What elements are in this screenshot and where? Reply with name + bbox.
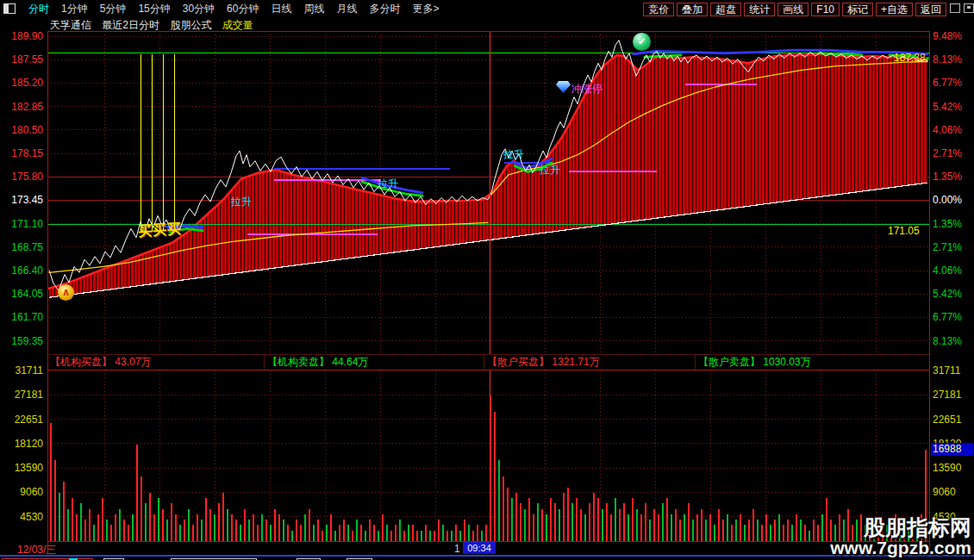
period-tab-30分钟[interactable]: 30分钟 xyxy=(183,3,215,15)
pct-axis-label-right: 9.48% xyxy=(933,30,962,42)
pullup-label: 拉升 xyxy=(378,177,398,191)
pullup-label: 拉升 xyxy=(231,195,252,209)
volume-axis-label-right: 27181 xyxy=(933,389,961,401)
watermark-site-name: 股朋指标网 xyxy=(830,517,971,538)
pct-axis-label-right: 1.35% xyxy=(933,218,962,230)
action-button-画线[interactable]: 画线 xyxy=(777,3,809,16)
volume-axis-label-left: 31711 xyxy=(0,364,43,376)
period-tab-更多>[interactable]: 更多> xyxy=(412,3,439,15)
pct-axis-label-right: 8.13% xyxy=(933,335,962,347)
volume-axis-label-left: 27181 xyxy=(0,389,43,401)
watermark: 股朋指标网 www.7gpzb.com xyxy=(830,517,971,557)
chart-title-row: 天孚通信 最近2日分时 股朋公式 成交量 xyxy=(50,18,261,33)
pct-axis-label-right: 2.71% xyxy=(933,147,962,159)
volume-axis-label-right: 31711 xyxy=(933,364,960,376)
volume-axis-label-right: 22651 xyxy=(933,414,961,426)
flow-stat-1: 【机构卖盘】 44.64万 xyxy=(267,356,368,369)
volume-axis-label-left: 4530 xyxy=(0,511,43,523)
period-tab-5分钟[interactable]: 5分钟 xyxy=(100,3,127,15)
action-button-叠加[interactable]: 叠加 xyxy=(677,3,708,16)
pct-axis-label-right: 6.77% xyxy=(933,77,962,89)
chart-canvas[interactable] xyxy=(0,0,974,560)
price-axis-label-left: 171.10 xyxy=(0,218,43,230)
action-button-标记[interactable]: 标记 xyxy=(842,3,873,16)
flow-separator xyxy=(695,355,696,370)
flow-separator xyxy=(484,355,484,370)
action-button-竞价[interactable]: 竞价 xyxy=(643,3,674,16)
period-tab-15分钟[interactable]: 15分钟 xyxy=(138,3,170,15)
timeline-axis-fragment: 1 xyxy=(454,543,460,555)
layout-icon[interactable] xyxy=(950,3,960,13)
volume-axis-label-right: 9060 xyxy=(933,486,956,498)
action-button-F10[interactable]: F10 xyxy=(811,3,840,16)
price-axis-label-left: 185.20 xyxy=(0,77,43,89)
pct-axis-label-right: 1.35% xyxy=(933,171,962,183)
volume-axis-label-left: 18120 xyxy=(0,438,43,450)
price-axis-label-left: 161.70 xyxy=(0,311,43,323)
pct-axis-label-right: 2.71% xyxy=(933,241,962,253)
gold-coin-icon: ∧ xyxy=(58,284,74,301)
pct-axis-label-right: 5.42% xyxy=(933,288,962,300)
pct-axis-label-right: 5.42% xyxy=(933,101,962,113)
period-tab-分时[interactable]: 分时 xyxy=(28,3,49,15)
pullup-label: 拉升 xyxy=(503,147,524,162)
pct-axis-label-right: 8.13% xyxy=(933,53,962,65)
period-tab-日线[interactable]: 日线 xyxy=(271,3,291,15)
price-axis-label-left: 168.75 xyxy=(0,241,43,253)
volume-axis-label-left: 22651 xyxy=(0,414,43,426)
grid-view-icon[interactable] xyxy=(964,3,974,13)
formula-name: 股朋公式 xyxy=(170,19,211,31)
down-arrow-icon: ▾ xyxy=(926,54,930,63)
price-axis-label-left: 166.40 xyxy=(0,264,43,277)
price-axis-label-left: 180.50 xyxy=(0,124,43,136)
period-tab-60分钟[interactable]: 60分钟 xyxy=(227,3,259,15)
top-menu-bar: 分时1分钟5分钟15分钟30分钟60分钟日线周线月线多分时更多> 竞价叠加超盘统… xyxy=(0,0,974,16)
pct-axis-label-right: 4.06% xyxy=(933,124,962,136)
volume-axis-label-left: 9060 xyxy=(0,486,43,498)
price-axis-label-left: 164.05 xyxy=(0,288,43,300)
indicator-name: 成交量 xyxy=(222,19,253,31)
action-button-+自选[interactable]: +自选 xyxy=(876,3,913,16)
cursor-time-box: 09:34 xyxy=(463,542,496,554)
watermark-url: www.7gpzb.com xyxy=(830,538,971,557)
last-price-value: 187.38 xyxy=(894,52,926,64)
volume-axis-label-left: 13590 xyxy=(0,462,43,474)
bottom-toolbar-fragment xyxy=(0,555,974,560)
flow-stats-band: 【机构买盘】 43.07万【机构卖盘】 44.64万【散户买盘】 1321.71… xyxy=(47,354,929,370)
buy-stamp-decoration: 买买买 xyxy=(137,220,182,241)
price-axis-label-left: 178.15 xyxy=(0,147,43,159)
price-axis-label-left: 187.55 xyxy=(0,53,43,65)
green-check-badge-icon: ✔ xyxy=(633,33,651,51)
pullup-label: 拉升 xyxy=(540,163,560,177)
last-price-tag: 187.38▾ xyxy=(894,52,929,64)
price-axis-label-left: 175.80 xyxy=(0,171,43,183)
pct-axis-label-right: 6.77% xyxy=(933,311,962,323)
prev-close-tag: 171.05 xyxy=(888,225,920,237)
prev-close-value: 171.05 xyxy=(888,225,920,237)
flow-separator xyxy=(264,355,265,370)
action-button-超盘[interactable]: 超盘 xyxy=(710,3,741,16)
period-tab-多分时[interactable]: 多分时 xyxy=(369,3,400,15)
action-button-返回[interactable]: 返回 xyxy=(915,3,946,16)
action-button-统计[interactable]: 统计 xyxy=(744,3,775,16)
price-axis-label-left: 182.85 xyxy=(0,101,43,113)
action-menu: 竞价叠加超盘统计画线F10标记+自选返回 xyxy=(640,1,946,16)
trading-app-window: 分时1分钟5分钟15分钟30分钟60分钟日线周线月线多分时更多> 竞价叠加超盘统… xyxy=(0,0,974,560)
flow-stat-0: 【机构买盘】 43.07万 xyxy=(50,356,151,369)
volume-cursor-value: 16988 xyxy=(931,443,973,456)
limit-rush-label: 冲涨停 xyxy=(571,82,603,96)
window-panel-icon[interactable] xyxy=(3,3,16,14)
pct-axis-label-right: 0.00% xyxy=(933,194,962,206)
period-tab-周线[interactable]: 周线 xyxy=(303,3,324,15)
stock-name: 天孚通信 xyxy=(50,19,91,31)
price-axis-label-left: 173.45 xyxy=(0,194,43,206)
price-axis-label-left: 159.35 xyxy=(0,335,43,347)
period-tab-月线[interactable]: 月线 xyxy=(336,3,357,15)
chart-range: 最近2日分时 xyxy=(102,19,159,31)
flow-stat-2: 【散户买盘】 1321.71万 xyxy=(487,356,600,369)
period-menu: 分时1分钟5分钟15分钟30分钟60分钟日线周线月线多分时更多> xyxy=(22,0,445,16)
period-tab-1分钟[interactable]: 1分钟 xyxy=(61,3,88,15)
volume-axis-label-right: 13590 xyxy=(933,462,961,474)
pct-axis-label-right: 4.06% xyxy=(933,264,962,277)
price-axis-label-left: 189.90 xyxy=(0,30,43,42)
